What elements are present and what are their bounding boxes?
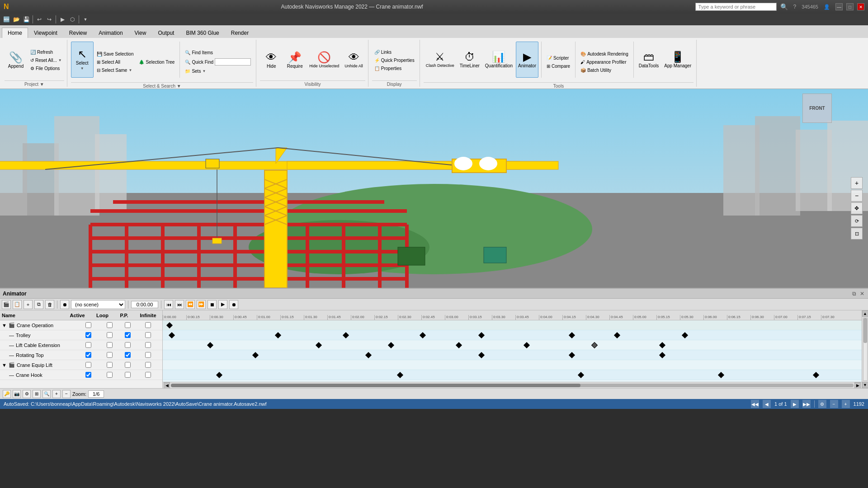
timeline-tracks[interactable] (163, 320, 862, 382)
lift-cable-active-checkbox[interactable] (85, 342, 91, 348)
animator-float-button[interactable]: ⧉ (851, 291, 857, 297)
status-nav-fwd-button[interactable]: ▶ (791, 400, 799, 408)
at-record2-button[interactable]: ⏺ (229, 300, 238, 309)
rotating-top-loop-checkbox[interactable] (107, 352, 113, 358)
quantification-button[interactable]: 📊 Quantification (483, 42, 515, 78)
find-items-button[interactable]: 🔍 Find Items (183, 49, 253, 56)
at-add-animation-button[interactable]: + (24, 300, 33, 309)
scene-row-crane-hook[interactable]: — Crane Hook (0, 370, 162, 380)
qa-undo-button[interactable]: ↩ (35, 15, 44, 24)
clash-detective-button[interactable]: ⚔ Clash Detective (424, 42, 457, 78)
status-nav-prev-button[interactable]: ◀◀ (751, 400, 759, 408)
crane-hook-infinite-checkbox[interactable] (145, 372, 151, 378)
lift-cable-infinite-checkbox[interactable] (145, 342, 151, 348)
select-button[interactable]: ↖ Select ▼ (71, 42, 94, 78)
refresh-button[interactable]: 🔄 Refresh (28, 48, 64, 56)
app-manager-button[interactable]: 📱 App Manager (662, 42, 693, 78)
scroll-up-button[interactable]: ▲ (862, 310, 868, 317)
crane-hook-pp-checkbox[interactable] (125, 372, 131, 378)
trolley-loop-checkbox[interactable] (107, 332, 113, 338)
pan-button[interactable]: ✥ (851, 202, 863, 214)
tab-review[interactable]: Review (63, 28, 93, 38)
quick-find-input[interactable] (215, 58, 251, 66)
zoom-in-button[interactable]: + (851, 177, 863, 189)
datatools-button[interactable]: 🗃 DataTools (637, 42, 661, 78)
require-button[interactable]: 📌 Require (283, 42, 306, 78)
help-icon[interactable]: ? (793, 4, 797, 10)
trolley-pp-checkbox[interactable] (125, 332, 131, 338)
at-delete-button[interactable]: 🗑 (45, 300, 54, 309)
rotating-top-active-checkbox[interactable] (85, 352, 91, 358)
properties-button[interactable]: 📋 Properties (372, 65, 417, 72)
at-duplicate-button[interactable]: ⧉ (34, 300, 43, 309)
at-go-start-button[interactable]: ⏮ (164, 300, 173, 309)
crane-operation-loop-checkbox[interactable] (107, 322, 113, 328)
at-prev-frame-button[interactable]: ⏪ (186, 300, 195, 309)
links-button[interactable]: 🔗 Links (372, 48, 417, 56)
at-new-scene-button[interactable]: 🎬 (2, 300, 11, 309)
batch-utility-button[interactable]: 📦 Batch Utility (578, 66, 631, 74)
footer-zoom-out-btn[interactable]: − (62, 390, 71, 398)
qa-play-button[interactable]: ▶ (58, 15, 67, 24)
save-selection-button[interactable]: 💾 Save Selection (94, 50, 136, 58)
crane-hook-loop-checkbox[interactable] (107, 372, 113, 378)
tab-render[interactable]: Render (225, 28, 255, 38)
at-stop-button[interactable]: ⏹ (208, 300, 217, 309)
status-zoom-out-button[interactable]: − (830, 400, 838, 408)
status-nav-back-button[interactable]: ◀ (763, 400, 771, 408)
tab-view[interactable]: View (129, 28, 152, 38)
selection-tree-button[interactable]: 🌲 Selection Tree (137, 58, 177, 66)
select-same-button[interactable]: ⊟ Select Same ▼ (94, 66, 136, 74)
view-cube[interactable]: FRONT (802, 94, 832, 123)
qa-new-button[interactable]: 🆕 (2, 15, 11, 24)
animator-close-button[interactable]: ✕ (859, 291, 865, 297)
quick-find-button[interactable]: 🔍 Quick Find (183, 57, 253, 67)
hide-unselected-button[interactable]: 🚫 Hide Unselected (307, 42, 341, 78)
at-play-button[interactable]: ▶ (218, 300, 227, 309)
scroll-right-button[interactable]: ▶ (854, 382, 861, 389)
at-next-frame-button[interactable]: ⏩ (197, 300, 206, 309)
hide-button[interactable]: 👁 Hide (260, 42, 283, 78)
crane-equip-active-checkbox[interactable] (85, 362, 91, 368)
append-button[interactable]: 📎 Append (5, 42, 27, 78)
qa-settings-button[interactable]: ⬡ (68, 15, 77, 24)
lift-cable-loop-checkbox[interactable] (107, 342, 113, 348)
trolley-active-checkbox[interactable] (85, 332, 91, 338)
rotating-top-pp-checkbox[interactable] (125, 352, 131, 358)
footer-zoom-in-btn[interactable]: + (52, 390, 61, 398)
autodesk-rendering-button[interactable]: 🎨 Autodesk Rendering (578, 50, 631, 58)
sets-button[interactable]: 📁 Sets ▼ (183, 67, 253, 75)
tab-bim360[interactable]: BIM 360 Glue (180, 28, 225, 38)
scene-select[interactable]: (no scene) (71, 300, 125, 309)
at-new-set-button[interactable]: 📋 (13, 300, 22, 309)
fit-all-button[interactable]: ⊡ (851, 228, 863, 239)
file-options-button[interactable]: ⚙ File Options (28, 65, 64, 72)
horizontal-scrollbar[interactable] (171, 384, 854, 387)
orbit-button[interactable]: ⟳ (851, 215, 863, 227)
status-zoom-in-button[interactable]: + (842, 400, 850, 408)
footer-btn4[interactable]: ⊞ (33, 390, 41, 398)
status-nav-end-button[interactable]: ▶▶ (802, 400, 811, 408)
footer-btn2[interactable]: 📷 (13, 390, 21, 398)
crane-equip-pp-checkbox[interactable] (125, 362, 131, 368)
crane-equip-loop-checkbox[interactable] (107, 362, 113, 368)
window-close-button[interactable]: ✕ (857, 3, 864, 10)
footer-btn5[interactable]: 🔍 (42, 390, 51, 398)
scene-row-crane-equip-lift[interactable]: ▼ 🎬 Crane Equip Lift (0, 360, 162, 370)
animator-button[interactable]: ▶ Animator (516, 42, 538, 78)
scene-row-rotating-top[interactable]: — Rotating Top (0, 350, 162, 360)
tab-output[interactable]: Output (152, 28, 180, 38)
keyword-search-input[interactable] (695, 3, 777, 11)
tab-home[interactable]: Home (2, 28, 28, 38)
crane-hook-active-checkbox[interactable] (85, 372, 91, 378)
rotating-top-infinite-checkbox[interactable] (145, 352, 151, 358)
footer-btn1[interactable]: 🔑 (3, 390, 11, 398)
zoom-value-input[interactable]: 1/6 (88, 390, 104, 398)
qa-customize-button[interactable]: ▼ (81, 15, 90, 24)
crane-equip-infinite-checkbox[interactable] (145, 362, 151, 368)
scene-row-crane-operation[interactable]: ▼ 🎬 Crane Operation (0, 320, 162, 330)
at-record-button[interactable]: ⏺ (60, 300, 69, 309)
qa-save-button[interactable]: 💾 (22, 15, 31, 24)
scroll-down-button[interactable]: ▼ (862, 382, 868, 388)
compare-button[interactable]: ⊞ Compare (544, 62, 572, 70)
